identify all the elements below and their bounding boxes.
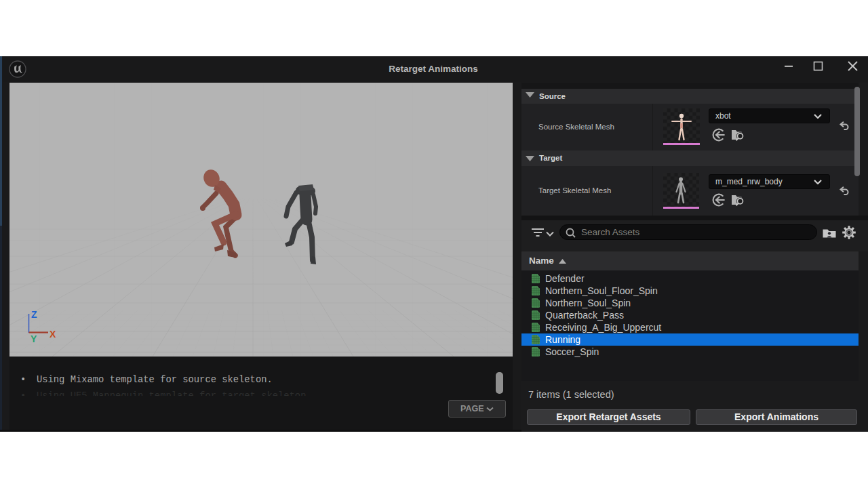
svg-text:Z: Z: [31, 309, 37, 320]
svg-text:X: X: [50, 329, 56, 340]
svg-text:Y: Y: [31, 333, 37, 344]
